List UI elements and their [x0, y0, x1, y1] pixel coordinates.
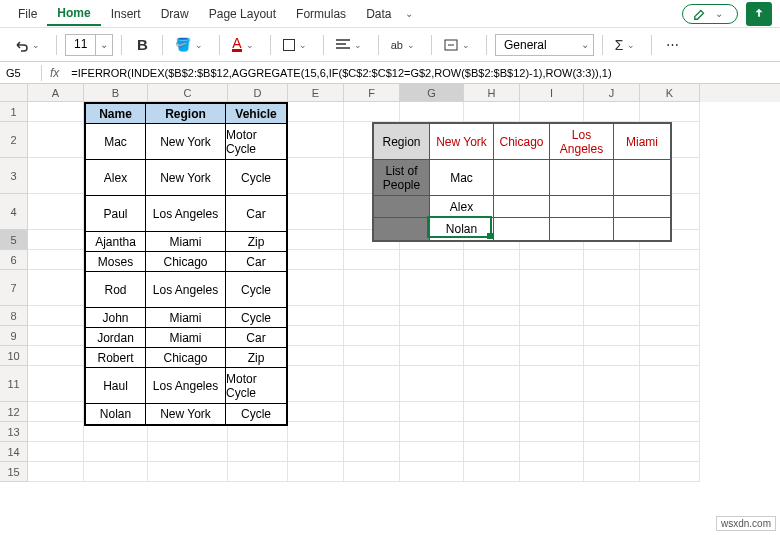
col-header[interactable]: G [400, 84, 464, 102]
cell[interactable] [520, 270, 584, 306]
cell[interactable] [520, 346, 584, 366]
cell[interactable] [520, 462, 584, 482]
cell[interactable] [288, 250, 344, 270]
cell[interactable] [344, 442, 400, 462]
column-headers[interactable]: A B C D E F G H I J K [0, 84, 780, 102]
col-header[interactable]: I [520, 84, 584, 102]
cell[interactable] [520, 306, 584, 326]
cell[interactable] [640, 250, 700, 270]
cell[interactable] [640, 442, 700, 462]
cell[interactable] [288, 102, 344, 122]
cell[interactable] [640, 366, 700, 402]
tab-home[interactable]: Home [47, 2, 100, 26]
cell[interactable] [344, 250, 400, 270]
tab-page-layout[interactable]: Page Layout [199, 3, 286, 25]
cell[interactable] [584, 250, 640, 270]
autosum-button[interactable]: Σ⌄ [611, 33, 644, 57]
row-header[interactable]: 14 [0, 442, 28, 462]
col-header[interactable]: A [28, 84, 84, 102]
cell[interactable] [584, 326, 640, 346]
col-header[interactable]: C [148, 84, 228, 102]
cell[interactable] [400, 326, 464, 346]
tab-data[interactable]: Data [356, 3, 401, 25]
col-header[interactable]: D [228, 84, 288, 102]
spreadsheet-grid[interactable]: A B C D E F G H I J K 123456789101112131… [0, 84, 780, 482]
cell[interactable] [28, 422, 84, 442]
cell[interactable] [344, 306, 400, 326]
cell[interactable] [400, 366, 464, 402]
row-header[interactable]: 6 [0, 250, 28, 270]
cell[interactable] [584, 462, 640, 482]
wrap-text-button[interactable]: ab⌄ [387, 33, 423, 57]
cell[interactable] [520, 102, 584, 122]
number-format-select[interactable]: General⌄ [495, 34, 594, 56]
cell[interactable] [640, 326, 700, 346]
cell[interactable] [640, 102, 700, 122]
cell[interactable] [28, 270, 84, 306]
cell[interactable] [28, 346, 84, 366]
cell[interactable] [400, 270, 464, 306]
cell[interactable] [288, 366, 344, 402]
cell[interactable] [464, 346, 520, 366]
cell[interactable] [28, 122, 84, 158]
col-header[interactable]: H [464, 84, 520, 102]
row-header[interactable]: 9 [0, 326, 28, 346]
row-header[interactable]: 8 [0, 306, 28, 326]
cell[interactable] [464, 306, 520, 326]
cell[interactable] [584, 102, 640, 122]
cell[interactable] [28, 326, 84, 346]
row-header[interactable]: 13 [0, 422, 28, 442]
cell[interactable] [344, 422, 400, 442]
cell[interactable] [584, 306, 640, 326]
tabs-more-icon[interactable]: ⌄ [401, 8, 417, 19]
cell[interactable] [344, 102, 400, 122]
row-header[interactable]: 12 [0, 402, 28, 422]
cell[interactable] [400, 422, 464, 442]
cell[interactable] [288, 230, 344, 250]
tab-formulas[interactable]: Formulas [286, 3, 356, 25]
cell[interactable] [400, 442, 464, 462]
row-header[interactable]: 4 [0, 194, 28, 230]
cell[interactable] [464, 366, 520, 402]
cell[interactable] [288, 326, 344, 346]
cell[interactable] [640, 402, 700, 422]
cell[interactable] [640, 306, 700, 326]
cell[interactable] [464, 402, 520, 422]
cell[interactable] [288, 122, 344, 158]
tab-file[interactable]: File [8, 3, 47, 25]
row-header[interactable]: 7 [0, 270, 28, 306]
cell[interactable] [28, 306, 84, 326]
cell[interactable] [400, 306, 464, 326]
col-header[interactable]: E [288, 84, 344, 102]
cell[interactable] [228, 442, 288, 462]
cell[interactable] [288, 402, 344, 422]
more-button[interactable]: ⋯ [660, 33, 684, 57]
share-button[interactable] [746, 2, 772, 26]
cell[interactable] [464, 462, 520, 482]
cell[interactable] [344, 366, 400, 402]
font-size-select[interactable]: 11⌄ [65, 34, 113, 56]
cell[interactable] [464, 422, 520, 442]
undo-button[interactable]: ⌄ [8, 33, 48, 57]
cell[interactable] [148, 462, 228, 482]
cell[interactable] [584, 346, 640, 366]
cell[interactable] [520, 250, 584, 270]
cell[interactable] [84, 462, 148, 482]
name-box[interactable]: G5 [0, 65, 42, 81]
cell[interactable] [520, 366, 584, 402]
merge-button[interactable]: ⌄ [440, 33, 478, 57]
cell[interactable] [28, 366, 84, 402]
row-header[interactable]: 5 [0, 230, 28, 250]
cell[interactable] [584, 422, 640, 442]
cell[interactable] [28, 250, 84, 270]
cell[interactable] [584, 366, 640, 402]
select-all-corner[interactable] [0, 84, 28, 102]
row-header[interactable]: 10 [0, 346, 28, 366]
cell[interactable] [288, 422, 344, 442]
tab-draw[interactable]: Draw [151, 3, 199, 25]
cell[interactable] [520, 422, 584, 442]
col-header[interactable]: K [640, 84, 700, 102]
cell[interactable] [28, 102, 84, 122]
cell[interactable] [520, 402, 584, 422]
cell[interactable] [344, 402, 400, 422]
